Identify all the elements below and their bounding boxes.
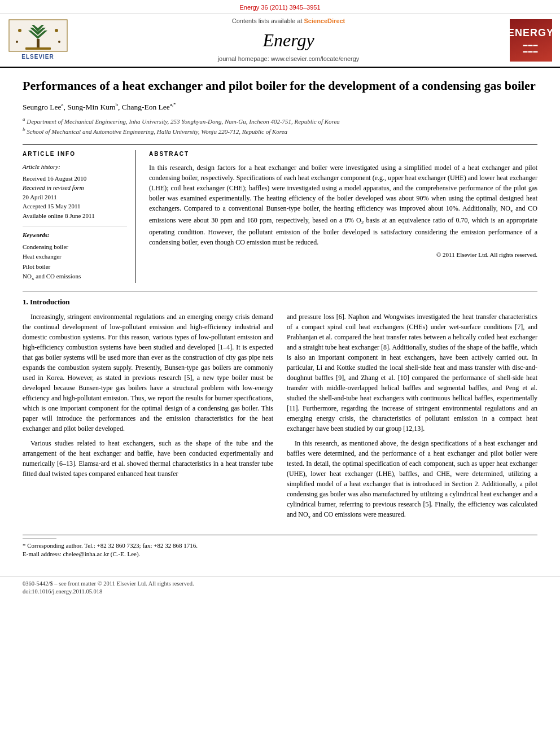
article-history: Article history: Received 16 August 2010…: [23, 163, 127, 220]
affiliation-b: b School of Mechanical and Automotive En…: [23, 126, 537, 136]
received-revised-date: 20 April 2011: [23, 193, 127, 202]
author-3-sup: a,*: [170, 102, 176, 107]
svg-rect-3: [25, 47, 51, 50]
received-date: Received 16 August 2010: [23, 174, 127, 184]
svg-point-5: [55, 29, 58, 32]
footer-issn: 0360-5442/$ – see front matter © 2011 El…: [23, 580, 537, 588]
footnote-divider: [23, 539, 56, 539]
article-title: Performances of a heat exchanger and pil…: [23, 78, 537, 94]
main-content: Performances of a heat exchanger and pil…: [0, 68, 560, 570]
copyright-line: © 2011 Elsevier Ltd. All rights reserved…: [149, 251, 537, 259]
author-1: Seungro Lee: [23, 102, 62, 111]
journal-homepage: journal homepage: www.elsevier.com/locat…: [75, 55, 502, 63]
elsevier-logo: ELSEVIER: [7, 19, 69, 61]
footnote-star: * Corresponding author. Tel.: +82 32 860…: [23, 541, 537, 550]
section-divider: [23, 291, 537, 291]
article-info-heading: ARTICLE INFO: [23, 150, 127, 158]
article-info-abstract: ARTICLE INFO Article history: Received 1…: [23, 144, 537, 283]
keyword-1: Condensing boiler: [23, 242, 127, 252]
author-2: Sung-Min Kum: [67, 102, 115, 111]
body-two-col: Increasingly, stringent environmental re…: [23, 312, 537, 526]
info-divider: [23, 226, 127, 226]
journal-citation: Energy 36 (2011) 3945–3951: [239, 4, 320, 11]
keyword-2: Heat exchanger: [23, 252, 127, 262]
footer-doi: doi:10.1016/j.energy.2011.05.018: [23, 588, 537, 596]
author-1-sup: a: [62, 102, 64, 107]
abstract-heading: ABSTRACT: [149, 150, 537, 158]
affiliation-a: a Department of Mechanical Engineering, …: [23, 116, 537, 126]
article-info-col: ARTICLE INFO Article history: Received 1…: [23, 150, 135, 283]
body-col-left: Increasingly, stringent environmental re…: [23, 312, 273, 526]
intro-para-2: Various studies related to heat exchange…: [23, 438, 273, 479]
history-label: Article history:: [23, 163, 127, 171]
authors-line: Seungro Leea, Sung-Min Kumb, Chang-Eon L…: [23, 101, 537, 112]
footnote-area: * Corresponding author. Tel.: +82 32 860…: [23, 535, 537, 559]
sciencedirect-link[interactable]: ScienceDirect: [304, 18, 345, 24]
elsevier-wordmark: ELSEVIER: [21, 53, 54, 61]
abstract-text: In this research, design factors for a h…: [149, 163, 537, 247]
abstract-col: ABSTRACT In this research, design factor…: [149, 150, 537, 283]
intro-para-1: Increasingly, stringent environmental re…: [23, 312, 273, 434]
body-col-right: and pressure loss [6]. Naphon and Wongwi…: [287, 312, 537, 526]
svg-rect-2: [37, 39, 40, 47]
affiliations: a Department of Mechanical Engineering, …: [23, 116, 537, 136]
contents-line: Contents lists available at ScienceDirec…: [75, 17, 502, 25]
svg-point-7: [58, 41, 60, 43]
journal-header: ELSEVIER Contents lists available at Sci…: [0, 14, 560, 68]
top-banner: Energy 36 (2011) 3945–3951: [0, 0, 560, 14]
keyword-3: Pilot boiler: [23, 262, 127, 272]
keywords-label: Keywords:: [23, 231, 127, 239]
journal-title: Energy: [75, 28, 502, 53]
section1-title: 1. Introduction: [23, 297, 537, 307]
intro-para-3: and pressure loss [6]. Naphon and Wongwi…: [287, 312, 537, 434]
received-revised-label: Received in revised form: [23, 183, 127, 193]
footer-bar: 0360-5442/$ – see front matter © 2011 El…: [0, 576, 560, 600]
elsevier-logo-svg: [8, 19, 68, 52]
svg-point-4: [18, 29, 21, 32]
energy-logo: ENERGY ▬▬▬▬▬▬: [508, 19, 553, 62]
intro-para-4: In this research, as mentioned above, th…: [287, 438, 537, 521]
keywords-section: Keywords: Condensing boiler Heat exchang…: [23, 231, 127, 283]
accepted-date: Accepted 15 May 2011: [23, 202, 127, 211]
svg-point-6: [16, 41, 18, 43]
keyword-4: NOx and CO emissions: [23, 272, 127, 283]
energy-logo-box: ENERGY ▬▬▬▬▬▬: [510, 19, 552, 62]
journal-center-header: Contents lists available at ScienceDirec…: [75, 17, 502, 63]
author-2-sup: b: [116, 102, 119, 107]
author-3: Chang-Eon Lee: [122, 102, 170, 111]
footnote-email: E-mail address: chelee@inha.ac.kr (C.-E.…: [23, 550, 537, 558]
available-date: Available online 8 June 2011: [23, 211, 127, 221]
